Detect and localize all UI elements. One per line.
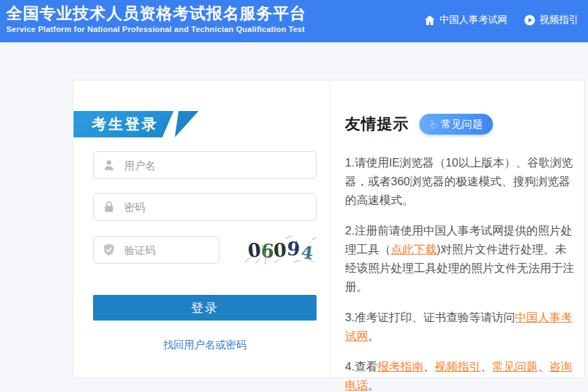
main-card: 考生登录 06094 xyxy=(73,80,585,378)
password-field xyxy=(93,193,317,221)
tips-list: 1.请使用IE浏览器（10以上版本）、谷歌浏览器，或者360浏览器的极速模式、搜… xyxy=(345,153,577,392)
header: 全国专业技术人员资格考试报名服务平台 Service Platform for … xyxy=(0,0,588,42)
header-nav: 中国人事考试网 视频指引 xyxy=(424,0,578,26)
nav-link-video-guide[interactable]: 视频指引 xyxy=(524,14,578,26)
home-icon xyxy=(424,15,435,26)
tip-link[interactable]: 点此下载 xyxy=(391,243,437,255)
page-title: 全国专业技术人员资格考试报名服务平台 xyxy=(6,3,306,23)
tip-text: 1.请使用IE浏览器（10以上版本）、谷歌浏览器，或者360浏览器的极速模式、搜… xyxy=(345,156,573,206)
tip-text: 。 xyxy=(368,330,380,342)
nav-link-cpta-site[interactable]: 中国人事考试网 xyxy=(424,14,507,26)
tip-item: 3.准考证打印、证书查验等请访问中国人事考试网。 xyxy=(345,308,577,346)
captcha-digit: 6 xyxy=(260,241,274,260)
tip-text: 、 xyxy=(538,360,550,373)
login-panel-banner: 考生登录 xyxy=(74,111,199,137)
captcha-row: 06094 xyxy=(74,221,330,265)
login-panel-title: 考生登录 xyxy=(92,111,158,137)
tip-text: 。 xyxy=(368,379,380,391)
forgot-row: 找回用户名或密码 xyxy=(93,339,317,352)
faq-button-label: 常见问题 xyxy=(441,118,482,131)
pointing-hand-icon: ☝ xyxy=(427,118,439,130)
user-icon xyxy=(102,158,116,172)
tip-text: 4.查看 xyxy=(345,360,378,373)
username-field xyxy=(93,151,317,179)
login-panel: 考生登录 06094 xyxy=(74,80,330,377)
header-branding: 全国专业技术人员资格考试报名服务平台 Service Platform for … xyxy=(6,0,306,33)
captcha-digit: 0 xyxy=(274,240,287,259)
lock-icon xyxy=(102,200,116,214)
login-button[interactable]: 登录 xyxy=(93,295,317,321)
tip-text: 、 xyxy=(423,360,435,373)
tip-item: 2.注册前请使用中国人事考试网提供的照片处理工具（点此下载)对照片文件进行处理。… xyxy=(345,221,577,296)
tips-title: 友情提示 xyxy=(345,114,409,135)
tip-item: 1.请使用IE浏览器（10以上版本）、谷歌浏览器，或者360浏览器的极速模式、搜… xyxy=(345,153,577,210)
tip-link[interactable]: 视频指引 xyxy=(435,360,480,373)
captcha-digit: 4 xyxy=(300,244,314,262)
tip-text: 3.准考证打印、证书查验等请访问 xyxy=(345,311,515,323)
tip-link[interactable]: 常见问题 xyxy=(492,360,538,373)
nav-link-label: 视频指引 xyxy=(539,14,578,26)
captcha-image[interactable]: 06094 xyxy=(242,235,319,265)
captcha-field xyxy=(93,236,219,264)
page-subtitle: Service Platform for National Profession… xyxy=(6,25,306,33)
password-input[interactable] xyxy=(93,193,317,221)
captcha-digit: 0 xyxy=(246,240,262,260)
forgot-link[interactable]: 找回用户名或密码 xyxy=(163,339,246,350)
captcha-digits: 06094 xyxy=(248,241,314,259)
nav-link-label: 中国人事考试网 xyxy=(439,14,507,26)
tips-header: 友情提示 ☝ 常见问题 xyxy=(345,114,577,135)
tip-item: 4.查看报考指南、视频指引、常见问题、咨询电话。 xyxy=(345,357,577,392)
play-circle-icon xyxy=(524,15,535,26)
tip-link[interactable]: 报考指南 xyxy=(378,360,423,373)
shield-check-icon xyxy=(102,243,116,257)
tips-panel: 友情提示 ☝ 常见问题 1.请使用IE浏览器（10以上版本）、谷歌浏览器，或者3… xyxy=(330,80,584,377)
tip-text: 、 xyxy=(480,360,492,373)
faq-button[interactable]: ☝ 常见问题 xyxy=(419,114,493,135)
captcha-digit: 9 xyxy=(286,239,301,259)
username-input[interactable] xyxy=(93,151,317,179)
